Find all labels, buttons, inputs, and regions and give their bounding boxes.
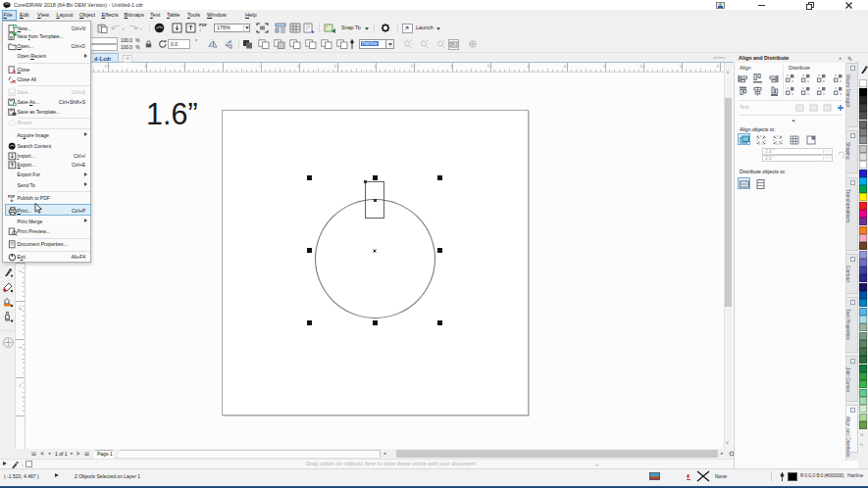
svg-text:PDF: PDF — [8, 195, 16, 199]
